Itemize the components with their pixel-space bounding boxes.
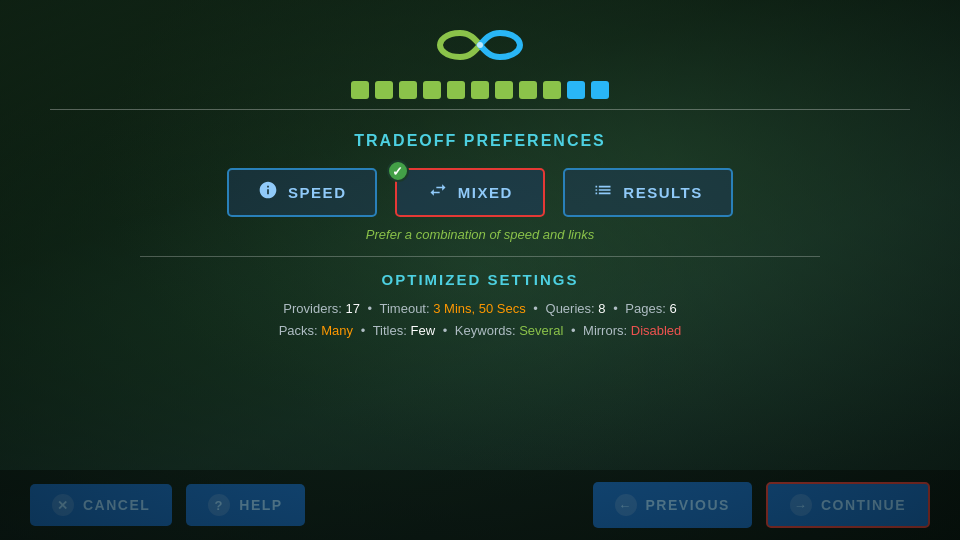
timeout-label: Timeout: (380, 301, 430, 316)
selected-checkmark: ✓ (387, 160, 409, 182)
packs-label: Packs: (279, 323, 318, 338)
results-label: RESULTS (623, 184, 702, 201)
mixed-icon (428, 180, 448, 205)
timeout-value: 3 Mins, 50 Secs (433, 301, 526, 316)
mixed-label: MIXED (458, 184, 513, 201)
speed-label: SPEED (288, 184, 346, 201)
progress-dots (351, 81, 609, 99)
settings-text: Providers: 17 • Timeout: 3 Mins, 50 Secs… (279, 298, 682, 342)
dot-4 (423, 81, 441, 99)
top-divider (50, 109, 910, 110)
providers-label: Providers: (283, 301, 342, 316)
titles-value: Few (410, 323, 435, 338)
dot-10 (567, 81, 585, 99)
pages-label: Pages: (625, 301, 665, 316)
dot-11 (591, 81, 609, 99)
dot-7 (495, 81, 513, 99)
keywords-value: Several (519, 323, 563, 338)
mixed-option-button[interactable]: ✓ MIXED (395, 168, 545, 217)
middle-divider (140, 256, 820, 257)
results-option-button[interactable]: RESULTS (563, 168, 732, 217)
packs-value: Many (321, 323, 353, 338)
dot-6 (471, 81, 489, 99)
speed-icon (258, 180, 278, 205)
titles-label: Titles: (373, 323, 407, 338)
pages-value: 6 (669, 301, 676, 316)
dot-2 (375, 81, 393, 99)
mirrors-label: Mirrors: (583, 323, 627, 338)
optimized-title: OPTIMIZED SETTINGS (382, 271, 579, 288)
tradeoff-title: TRADEOFF PREFERENCES (354, 132, 606, 150)
dot-5 (447, 81, 465, 99)
providers-value: 17 (345, 301, 359, 316)
keywords-label: Keywords: (455, 323, 516, 338)
speed-option-button[interactable]: SPEED (227, 168, 377, 217)
logo-area (435, 18, 525, 73)
dot-3 (399, 81, 417, 99)
results-icon (593, 180, 613, 205)
options-row: SPEED ✓ MIXED RESULTS (227, 168, 732, 217)
dot-1 (351, 81, 369, 99)
dot-8 (519, 81, 537, 99)
queries-label: Queries: (546, 301, 595, 316)
dot-9 (543, 81, 561, 99)
queries-value: 8 (598, 301, 605, 316)
tradeoff-description: Prefer a combination of speed and links (366, 227, 594, 242)
mirrors-value: Disabled (631, 323, 682, 338)
svg-point-0 (477, 42, 483, 48)
